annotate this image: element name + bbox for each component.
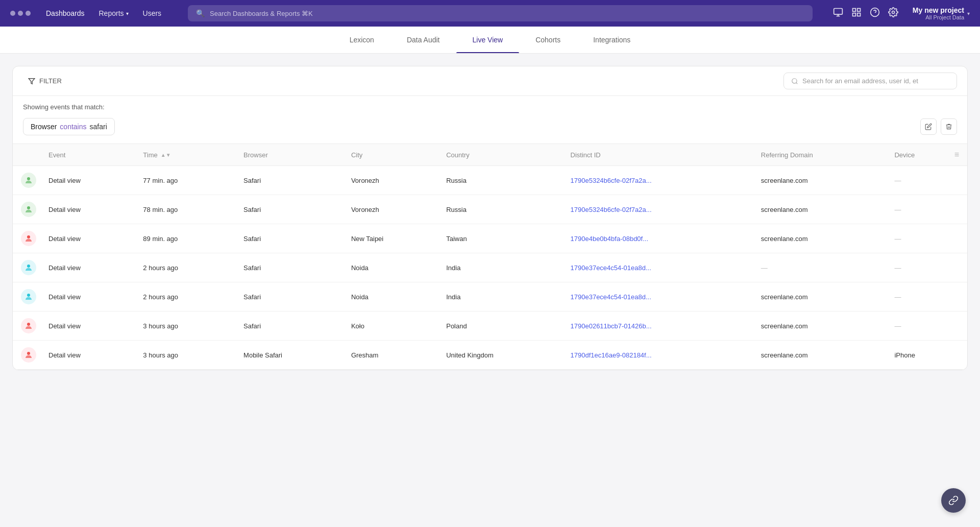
share-button[interactable] (941, 488, 966, 513)
col-browser: Browser (235, 144, 343, 166)
help-icon[interactable] (870, 7, 880, 20)
event-time: 89 min. ago (135, 224, 235, 253)
table-row[interactable]: Detail view 3 hours ago Mobile Safari Gr… (13, 341, 967, 370)
svg-line-12 (796, 82, 798, 84)
event-name: Detail view (40, 282, 135, 312)
event-name: Detail view (40, 195, 135, 224)
avatar-cell (13, 166, 40, 195)
svg-point-18 (27, 323, 30, 326)
column-filter-icon[interactable]: ≡ (954, 150, 959, 159)
col-distinct-id: Distinct ID (562, 144, 753, 166)
event-distinct-id[interactable]: 1790e37ece4c54-01ea8d... (562, 253, 753, 282)
delete-filter-button[interactable] (941, 118, 957, 135)
event-name: Detail view (40, 166, 135, 195)
global-search[interactable]: 🔍 Search Dashboards & Reports ⌘K (188, 5, 813, 21)
avatar (21, 347, 36, 363)
event-distinct-id[interactable]: 1790e5324b6cfe-02f7a2a... (562, 195, 753, 224)
event-referring-domain: screenlane.com (753, 312, 887, 341)
event-browser: Mobile Safari (235, 341, 343, 370)
event-device: — (886, 195, 967, 224)
event-time: 3 hours ago (135, 312, 235, 341)
event-name: Detail view (40, 312, 135, 341)
activity-icon[interactable] (833, 7, 843, 20)
svg-point-13 (27, 177, 30, 180)
chevron-down-icon: ▾ (126, 11, 129, 16)
svg-rect-6 (857, 13, 861, 16)
nav-dashboards[interactable]: Dashboards (40, 6, 91, 20)
svg-rect-5 (852, 13, 855, 16)
event-referring-domain: screenlane.com (753, 166, 887, 195)
nav-users[interactable]: Users (137, 6, 168, 20)
settings-icon[interactable] (888, 7, 898, 20)
avatar-icon (24, 205, 33, 214)
event-city: Koło (343, 312, 438, 341)
filter-actions (920, 118, 957, 135)
col-city: City (343, 144, 438, 166)
user-search-input[interactable]: Search for an email address, user id, et (783, 73, 957, 89)
nav-links: Dashboards Reports ▾ Users (40, 6, 167, 20)
tab-lexicon[interactable]: Lexicon (333, 27, 390, 53)
event-city: Gresham (343, 341, 438, 370)
event-referring-domain: screenlane.com (753, 341, 887, 370)
event-distinct-id[interactable]: 1790df1ec16ae9-082184f... (562, 341, 753, 370)
filter-tag-browser[interactable]: Browser contains safari (23, 118, 115, 135)
svg-point-9 (892, 11, 894, 13)
edit-filter-button[interactable] (920, 118, 937, 135)
event-country: India (438, 253, 562, 282)
nav-icons-group: My new project All Project Data ▾ (833, 6, 970, 20)
event-name: Detail view (40, 253, 135, 282)
table-row[interactable]: Detail view 2 hours ago Safari Noida Ind… (13, 282, 967, 312)
event-city: New Taipei (343, 224, 438, 253)
table-header-row: Event Time ▲▼ Browser City Country Disti… (13, 144, 967, 166)
col-device: Device ≡ (886, 144, 967, 166)
event-distinct-id[interactable]: 1790e4be0b4bfa-08bd0f... (562, 224, 753, 253)
col-referring-domain: Referring Domain (753, 144, 887, 166)
avatar-icon (24, 292, 33, 301)
filter-value: safari (90, 123, 107, 131)
table-row[interactable]: Detail view 3 hours ago Safari Koło Pola… (13, 312, 967, 341)
avatar (21, 318, 36, 333)
tab-data-audit[interactable]: Data Audit (390, 27, 456, 53)
event-country: United Kingdom (438, 341, 562, 370)
svg-point-17 (27, 294, 30, 297)
event-referring-domain: screenlane.com (753, 224, 887, 253)
avatar-cell (13, 282, 40, 312)
tab-cohorts[interactable]: Cohorts (519, 27, 577, 53)
filter-operator: contains (60, 123, 86, 131)
tab-live-view[interactable]: Live View (456, 27, 520, 53)
main-content: FILTER Search for an email address, user… (0, 54, 980, 524)
svg-rect-0 (834, 8, 843, 14)
event-device: — (886, 224, 967, 253)
avatar (21, 289, 36, 304)
event-device: — (886, 253, 967, 282)
filter-row: Browser contains safari (13, 114, 967, 144)
svg-marker-10 (29, 78, 35, 84)
event-name: Detail view (40, 224, 135, 253)
event-time: 77 min. ago (135, 166, 235, 195)
dot-3 (26, 11, 31, 16)
filter-key: Browser (31, 123, 57, 131)
table-row[interactable]: Detail view 78 min. ago Safari Voronezh … (13, 195, 967, 224)
time-sort-icon[interactable]: ▲▼ (161, 152, 171, 158)
event-name: Detail view (40, 341, 135, 370)
event-referring-domain: screenlane.com (753, 282, 887, 312)
event-city: Voronezh (343, 166, 438, 195)
dot-2 (18, 11, 23, 16)
avatar-cell (13, 224, 40, 253)
filter-icon (28, 78, 35, 85)
project-selector[interactable]: My new project All Project Data ▾ (913, 6, 970, 20)
filter-button[interactable]: FILTER (23, 74, 67, 88)
event-distinct-id[interactable]: 1790e02611bcb7-01426b... (562, 312, 753, 341)
avatar-icon (24, 350, 33, 360)
table-row[interactable]: Detail view 77 min. ago Safari Voronezh … (13, 166, 967, 195)
grid-icon[interactable] (851, 7, 862, 20)
event-distinct-id[interactable]: 1790e5324b6cfe-02f7a2a... (562, 166, 753, 195)
event-distinct-id[interactable]: 1790e37ece4c54-01ea8d... (562, 282, 753, 312)
tab-integrations[interactable]: Integrations (577, 27, 647, 53)
nav-reports[interactable]: Reports ▾ (93, 6, 135, 20)
avatar (21, 173, 36, 188)
table-row[interactable]: Detail view 2 hours ago Safari Noida Ind… (13, 253, 967, 282)
col-event: Event (40, 144, 135, 166)
avatar (21, 231, 36, 246)
table-row[interactable]: Detail view 89 min. ago Safari New Taipe… (13, 224, 967, 253)
